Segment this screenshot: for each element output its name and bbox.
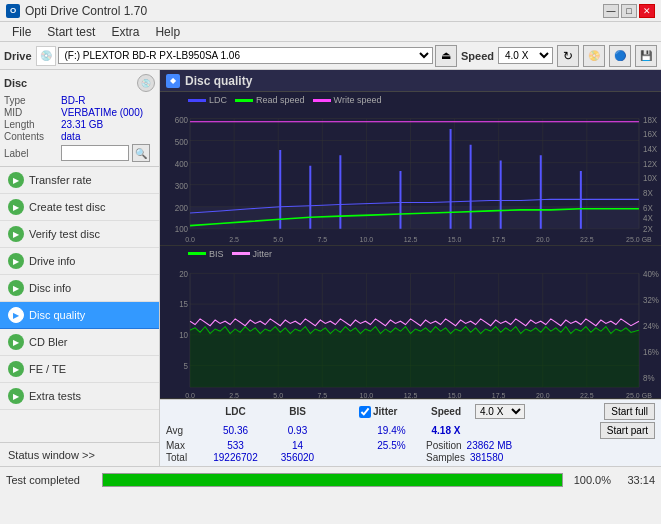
disc-contents-value: data xyxy=(61,131,80,142)
start-full-button[interactable]: Start full xyxy=(604,403,655,420)
nav-disc-info[interactable]: ▶ Disc info xyxy=(0,275,159,302)
maximize-button[interactable]: □ xyxy=(621,4,637,18)
nav-disc-quality[interactable]: ▶ Disc quality xyxy=(0,302,159,329)
ldc-legend-label: LDC xyxy=(209,95,227,105)
progress-percent: 100.0% xyxy=(569,474,611,486)
svg-text:25.0 GB: 25.0 GB xyxy=(626,391,652,398)
svg-text:40%: 40% xyxy=(643,268,659,279)
nav-icon-disc-info: ▶ xyxy=(8,280,24,296)
nav-verify-test-disc[interactable]: ▶ Verify test disc xyxy=(0,221,159,248)
menu-file[interactable]: File xyxy=(4,23,39,41)
app-title: Opti Drive Control 1.70 xyxy=(25,4,147,18)
nav-icon-cd-bler: ▶ xyxy=(8,334,24,350)
nav-cd-bler[interactable]: ▶ CD Bler xyxy=(0,329,159,356)
read-speed-legend-label: Read speed xyxy=(256,95,305,105)
nav-drive-info[interactable]: ▶ Drive info xyxy=(0,248,159,275)
btn2[interactable]: 🔵 xyxy=(609,45,631,67)
nav-label-fe-te: FE / TE xyxy=(29,363,66,375)
disc-label-btn[interactable]: 🔍 xyxy=(132,144,150,162)
disc-label-input[interactable] xyxy=(61,145,129,161)
menubar: File Start test Extra Help xyxy=(0,22,661,42)
progress-bar-fill xyxy=(103,474,562,486)
disc-section-title: Disc xyxy=(4,77,27,89)
disc-section: Disc 💿 Type BD-R MID VERBATIMe (000) Len… xyxy=(0,70,159,167)
disc-label-label: Label xyxy=(4,148,58,159)
nav-label-drive-info: Drive info xyxy=(29,255,75,267)
svg-text:100: 100 xyxy=(175,225,189,234)
nav-transfer-rate[interactable]: ▶ Transfer rate xyxy=(0,167,159,194)
progress-time: 33:14 xyxy=(617,474,655,486)
stats-area: LDC BIS Jitter Speed 4.0 X Start full Av… xyxy=(160,399,661,466)
nav-label-cd-bler: CD Bler xyxy=(29,336,68,348)
sidebar: Disc 💿 Type BD-R MID VERBATIMe (000) Len… xyxy=(0,70,160,466)
nav-create-test-disc[interactable]: ▶ Create test disc xyxy=(0,194,159,221)
svg-text:16X: 16X xyxy=(643,130,658,139)
top-chart: LDC Read speed Write speed xyxy=(160,92,661,246)
bottom-chart: BIS Jitter xyxy=(160,246,661,400)
status-window-btn[interactable]: Status window >> xyxy=(0,442,159,466)
disc-type-value: BD-R xyxy=(61,95,85,106)
bottom-chart-legend: BIS Jitter xyxy=(160,246,661,262)
menu-extra[interactable]: Extra xyxy=(103,23,147,41)
svg-text:14X: 14X xyxy=(643,145,658,154)
stats-header-bis: BIS xyxy=(270,406,325,417)
minimize-button[interactable]: — xyxy=(603,4,619,18)
stats-header-jitter: Jitter xyxy=(359,406,424,418)
eject-button[interactable]: ⏏ xyxy=(435,45,457,67)
svg-text:5.0: 5.0 xyxy=(273,236,283,244)
nav-label-transfer-rate: Transfer rate xyxy=(29,174,92,186)
svg-text:10: 10 xyxy=(179,329,188,340)
svg-text:20.0: 20.0 xyxy=(536,236,550,244)
bottom-chart-svg: 20 15 10 5 40% 32% 24% 16% 8% 0.0 2.5 5.… xyxy=(160,262,661,399)
progress-bar-area: Test completed 100.0% 33:14 xyxy=(0,466,661,492)
position-label: Position xyxy=(426,440,462,451)
btn3[interactable]: 💾 xyxy=(635,45,657,67)
total-label: Total xyxy=(166,452,201,463)
jitter-checkbox[interactable] xyxy=(359,406,371,418)
nav-label-extra-tests: Extra tests xyxy=(29,390,81,402)
btn1[interactable]: 📀 xyxy=(583,45,605,67)
refresh-button[interactable]: ↻ xyxy=(557,45,579,67)
drive-select[interactable]: (F:) PLEXTOR BD-R PX-LB950SA 1.06 xyxy=(58,47,433,64)
svg-text:7.5: 7.5 xyxy=(317,391,327,398)
svg-text:600: 600 xyxy=(175,116,189,125)
menu-start-test[interactable]: Start test xyxy=(39,23,103,41)
disc-contents-label: Contents xyxy=(4,131,58,142)
nav-icon-verify-test-disc: ▶ xyxy=(8,226,24,242)
nav-label-verify-test-disc: Verify test disc xyxy=(29,228,100,240)
top-chart-legend: LDC Read speed Write speed xyxy=(160,92,661,108)
drive-toolbar: Drive 💿 (F:) PLEXTOR BD-R PX-LB950SA 1.0… xyxy=(0,42,661,70)
svg-text:2X: 2X xyxy=(643,225,653,234)
svg-text:200: 200 xyxy=(175,204,189,213)
svg-text:18X: 18X xyxy=(643,116,658,125)
nav-icon-disc-quality: ▶ xyxy=(8,307,24,323)
nav-icon-extra-tests: ▶ xyxy=(8,388,24,404)
write-speed-legend-color xyxy=(313,99,331,102)
read-speed-legend-color xyxy=(235,99,253,102)
speed-select-stats[interactable]: 4.0 X xyxy=(475,404,525,419)
svg-text:10.0: 10.0 xyxy=(360,391,374,398)
nav-icon-drive-info: ▶ xyxy=(8,253,24,269)
max-ldc: 533 xyxy=(203,440,268,451)
svg-text:20: 20 xyxy=(179,268,188,279)
max-bis: 14 xyxy=(270,440,325,451)
svg-text:6X: 6X xyxy=(643,204,653,213)
nav-fe-te[interactable]: ▶ FE / TE xyxy=(0,356,159,383)
avg-jitter: 19.4% xyxy=(359,425,424,436)
nav-icon-fe-te: ▶ xyxy=(8,361,24,377)
ldc-legend-color xyxy=(188,99,206,102)
dq-icon: ◆ xyxy=(166,74,180,88)
speed-select-toolbar[interactable]: 4.0 X xyxy=(498,47,553,64)
svg-text:17.5: 17.5 xyxy=(492,391,506,398)
nav-extra-tests[interactable]: ▶ Extra tests xyxy=(0,383,159,410)
menu-help[interactable]: Help xyxy=(147,23,188,41)
nav-icon-create-test-disc: ▶ xyxy=(8,199,24,215)
disc-length-value: 23.31 GB xyxy=(61,119,103,130)
titlebar: O Opti Drive Control 1.70 — □ ✕ xyxy=(0,0,661,22)
start-part-button[interactable]: Start part xyxy=(600,422,655,439)
app-icon: O xyxy=(6,4,20,18)
close-button[interactable]: ✕ xyxy=(639,4,655,18)
max-position: 23862 MB xyxy=(467,440,513,451)
svg-text:12X: 12X xyxy=(643,160,658,169)
nav-icon-transfer-rate: ▶ xyxy=(8,172,24,188)
